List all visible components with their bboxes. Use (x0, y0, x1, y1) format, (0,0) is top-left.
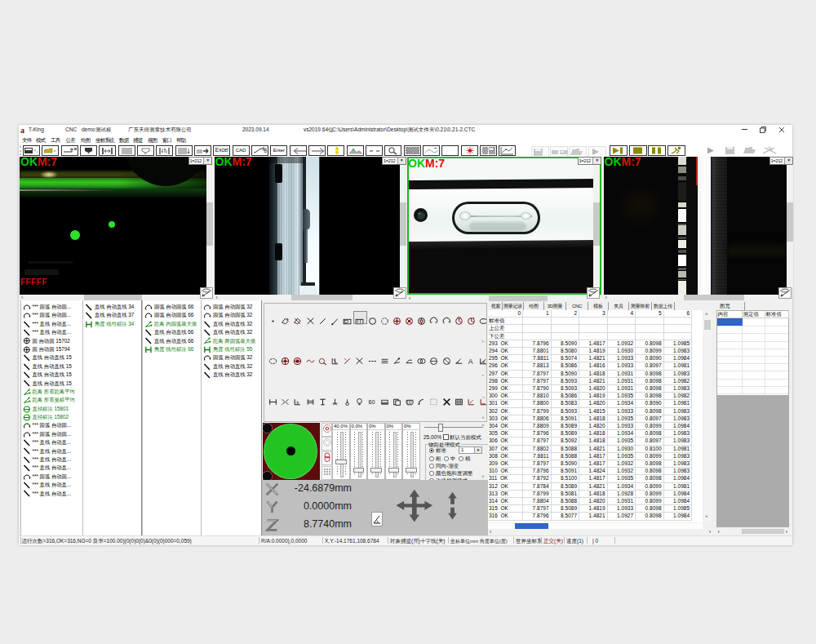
svg-text:A: A (468, 358, 473, 366)
svg-text:60: 60 (368, 399, 375, 406)
svg-text:B: B (264, 149, 268, 153)
svg-text:k: k (297, 400, 299, 405)
